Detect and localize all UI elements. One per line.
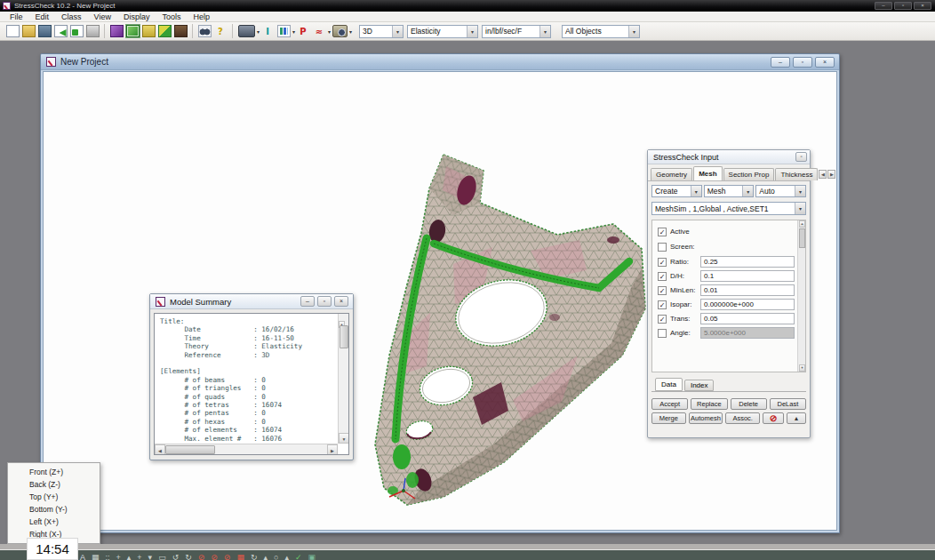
checkbox-checked-icon[interactable]: ✓	[658, 315, 667, 324]
object-filter-combo[interactable]: All Objects▾	[562, 25, 640, 38]
collapse-icon[interactable]: ▴	[787, 412, 806, 424]
menu-display[interactable]: Display	[117, 12, 156, 22]
chevron-down-icon[interactable]: ▾	[292, 28, 295, 35]
frame-box-icon[interactable]: ▭	[158, 552, 166, 560]
project-restore-button[interactable]: ▫	[793, 57, 812, 68]
view-menu-item-bottom[interactable]: Bottom (Y-)	[8, 503, 100, 516]
menu-view[interactable]: View	[88, 12, 117, 22]
checkbox-checked-icon[interactable]: ✓	[658, 286, 667, 295]
open-file-icon[interactable]	[22, 25, 36, 37]
print-icon[interactable]	[86, 25, 100, 37]
dimension-combo[interactable]: 3D▾	[359, 25, 404, 38]
chevron-down-icon[interactable]: ▾	[392, 26, 403, 37]
menu-file[interactable]: File	[4, 12, 29, 22]
tab-index[interactable]: Index	[684, 380, 715, 391]
orbit-icon[interactable]: ○	[274, 552, 278, 560]
beam-sections-icon[interactable]: I	[261, 25, 275, 37]
param-input[interactable]: 0.25	[700, 256, 795, 268]
points-toggle-icon[interactable]: P	[297, 25, 310, 37]
param-input[interactable]: 0.1	[700, 270, 795, 282]
summary-vertical-scrollbar[interactable]: ▲ ▼	[338, 314, 348, 444]
chevron-down-icon[interactable]: ▾	[628, 26, 639, 37]
param-input[interactable]: 0.01	[700, 284, 795, 296]
scroll-up-icon[interactable]: ▲	[799, 220, 805, 228]
checkbox-checked-icon[interactable]: ✓	[658, 272, 667, 281]
summary-restore-button[interactable]: ▫	[317, 296, 332, 307]
points-dots-icon[interactable]: ::	[106, 552, 110, 560]
tab-section-prop[interactable]: Section Prop	[723, 168, 775, 180]
grid-toggle-icon[interactable]: ▦	[92, 552, 100, 560]
view-menu-item-left[interactable]: Left (X+)	[8, 516, 100, 528]
scroll-thumb[interactable]	[340, 325, 348, 348]
tab-thickness[interactable]: Thickness	[775, 168, 818, 180]
scroll-down-icon[interactable]: ▼	[339, 433, 349, 444]
checkbox-checked-icon[interactable]: ✓	[658, 228, 667, 236]
chevron-down-icon[interactable]: ▾	[795, 203, 805, 214]
input-panel-title-bar[interactable]: StressCheck Input ▫	[648, 150, 810, 164]
model-summary-title-bar[interactable]: Model Summary – ▫ ×	[150, 294, 353, 309]
scroll-thumb[interactable]	[799, 228, 805, 248]
accept-check-icon[interactable]: ✓	[295, 552, 302, 560]
checkbox-unchecked-icon[interactable]	[658, 329, 667, 338]
tab-data[interactable]: Data	[655, 378, 683, 391]
chevron-down-icon[interactable]: ▾	[328, 28, 331, 35]
scroll-right-icon[interactable]: ▶	[327, 444, 338, 455]
delast-button[interactable]: DeLast	[770, 398, 806, 410]
assoc-button[interactable]: Assoc.	[725, 412, 760, 424]
block-b-icon[interactable]: ⊘	[211, 552, 218, 560]
app-restore-button[interactable]: ▫	[894, 2, 912, 10]
plot-chart-icon[interactable]	[277, 25, 291, 37]
tab-next-icon[interactable]: ▶	[827, 170, 835, 179]
mesh-objects-icon[interactable]	[126, 25, 140, 37]
replace-button[interactable]: Replace	[691, 398, 727, 410]
move-down-icon[interactable]: ▾	[148, 552, 153, 560]
annotation-text-icon[interactable]: A	[80, 552, 85, 560]
project-minimize-button[interactable]: –	[771, 57, 790, 68]
checkbox-checked-icon[interactable]: ✓	[658, 300, 667, 309]
accept-button[interactable]: Accept	[651, 398, 688, 410]
chevron-down-icon[interactable]: ▾	[467, 26, 477, 37]
chevron-down-icon[interactable]: ▾	[349, 28, 352, 35]
help-icon[interactable]: ?	[214, 25, 228, 37]
units-combo[interactable]: in/lbf/sec/F▾	[482, 25, 551, 38]
scroll-thumb[interactable]	[165, 445, 215, 454]
move-up-icon[interactable]: ▴	[127, 552, 132, 560]
zoom-up-icon[interactable]: ▴	[263, 552, 268, 560]
rotate-view-icon[interactable]: ↻	[251, 552, 258, 560]
delete-button[interactable]: Delete	[731, 398, 767, 410]
summary-minimize-button[interactable]: –	[300, 296, 315, 307]
automesh-button[interactable]: Automesh	[689, 412, 723, 424]
view-menu-item-top[interactable]: Top (Y+)	[8, 491, 100, 503]
find-objects-icon[interactable]	[198, 25, 212, 37]
param-input[interactable]: 0.000000e+000	[700, 299, 795, 310]
export-model-icon[interactable]	[70, 25, 84, 37]
param-input[interactable]: 0.05	[700, 313, 795, 324]
scroll-left-icon[interactable]: ◀	[155, 444, 165, 455]
add-node-icon[interactable]: +	[116, 552, 121, 560]
param-input[interactable]: 5.0000e+000	[700, 327, 795, 339]
method-dropdown[interactable]: Auto▾	[755, 185, 806, 197]
view-menu-item-front[interactable]: Front (Z+)	[8, 466, 100, 478]
tab-mesh[interactable]: Mesh	[693, 166, 722, 180]
undo-view-icon[interactable]: ↺	[172, 552, 180, 560]
menu-tools[interactable]: Tools	[156, 12, 187, 22]
tab-prev-icon[interactable]: ◀	[819, 170, 827, 179]
pan-up-icon[interactable]: ▴	[284, 552, 289, 560]
group-scrollbar[interactable]: ▲▼	[797, 220, 805, 372]
geometry-objects-icon[interactable]	[110, 25, 124, 37]
checkbox-unchecked-icon[interactable]	[658, 243, 667, 252]
save-file-icon[interactable]	[38, 25, 52, 37]
project-window-title-bar[interactable]: New Project – ▫ ×	[41, 54, 839, 70]
load-objects-icon[interactable]	[142, 25, 156, 37]
scroll-down-icon[interactable]: ▼	[799, 364, 805, 372]
merge-button[interactable]: Merge	[651, 412, 686, 424]
view-menu-item-back[interactable]: Back (Z-)	[8, 478, 100, 491]
mesh-selection-combo[interactable]: MeshSim , 1,Global , Active,SET1 ▾	[651, 202, 806, 215]
display-options-icon[interactable]	[238, 25, 255, 37]
chevron-down-icon[interactable]: ▾	[257, 28, 260, 35]
block-icon[interactable]: ⊘	[763, 412, 784, 424]
red-grid-icon[interactable]: ▦	[236, 552, 244, 560]
action-dropdown[interactable]: Create▾	[651, 185, 702, 197]
block-a-icon[interactable]: ⊘	[198, 552, 205, 560]
chevron-down-icon[interactable]: ▾	[691, 186, 701, 196]
